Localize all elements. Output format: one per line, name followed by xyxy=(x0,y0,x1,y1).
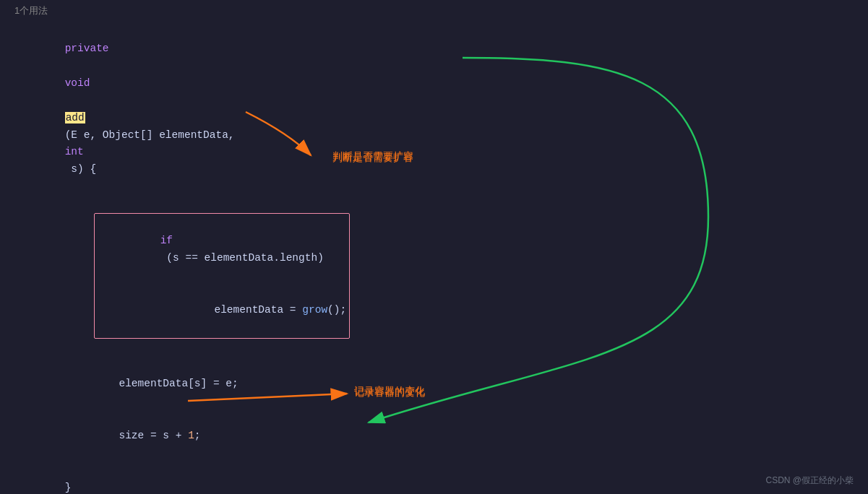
watermark: CSDN @假正经的小柴 xyxy=(765,474,854,487)
highlight-add: add xyxy=(65,112,85,124)
annotation-text-1: 判断是否需要扩容 xyxy=(332,150,413,163)
usage-count: 1个用法 xyxy=(0,0,868,20)
kw-int: int xyxy=(65,146,84,157)
code-block-top: private void add (E e, Object[] elementD… xyxy=(0,20,868,494)
code-line-if-block: if (s == elementData.length) elementData… xyxy=(43,196,854,355)
page-wrapper: 1个用法 private void add (E e, Object[] ele… xyxy=(0,0,868,494)
code-line-close-brace: } xyxy=(14,462,854,494)
section-top: 1个用法 private void add (E e, Object[] ele… xyxy=(0,0,868,494)
kw-void: void xyxy=(65,77,90,89)
method-add: add xyxy=(65,112,85,124)
annotation-text-2: 记录容器的变化 xyxy=(354,385,425,398)
code-line-assign1: elementData[s] = e; xyxy=(43,359,854,411)
if-box: if (s == elementData.length) elementData… xyxy=(94,213,351,338)
kw-private: private xyxy=(65,43,109,54)
code-line-assign2: size = s + 1; xyxy=(43,410,854,462)
code-line-signature: private void add (E e, Object[] elementD… xyxy=(14,23,854,196)
call-grow: grow xyxy=(302,304,327,316)
kw-if: if xyxy=(160,235,173,246)
